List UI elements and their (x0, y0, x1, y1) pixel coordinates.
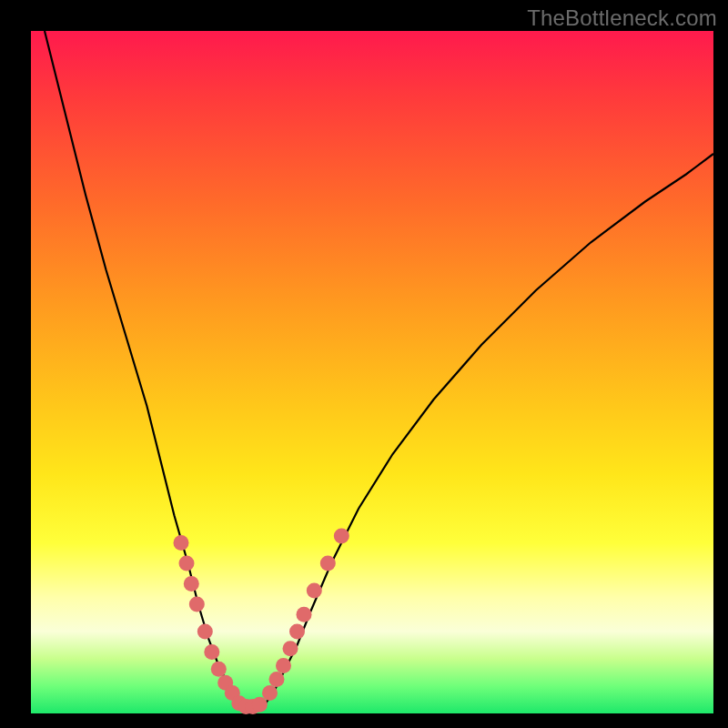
curve-left-branch (45, 31, 243, 707)
data-point (211, 662, 227, 677)
curve-group (45, 31, 713, 708)
data-point (334, 529, 349, 544)
data-points (174, 529, 349, 715)
watermark-text: TheBottleneck.com (527, 5, 717, 31)
data-point (283, 641, 298, 656)
data-point (262, 685, 278, 701)
data-point (297, 607, 312, 622)
data-point (174, 535, 189, 551)
data-point (320, 556, 336, 571)
data-point (197, 624, 213, 640)
data-point (204, 644, 219, 660)
data-point (289, 624, 305, 640)
curve-right-branch (263, 154, 713, 707)
data-point (269, 672, 285, 687)
data-point (179, 556, 195, 571)
data-point (184, 576, 199, 592)
chart-canvas: TheBottleneck.com (0, 0, 728, 728)
data-point (252, 697, 268, 713)
chart-overlay (31, 31, 713, 713)
data-point (189, 597, 205, 612)
data-point (307, 583, 322, 599)
data-point (276, 658, 291, 673)
